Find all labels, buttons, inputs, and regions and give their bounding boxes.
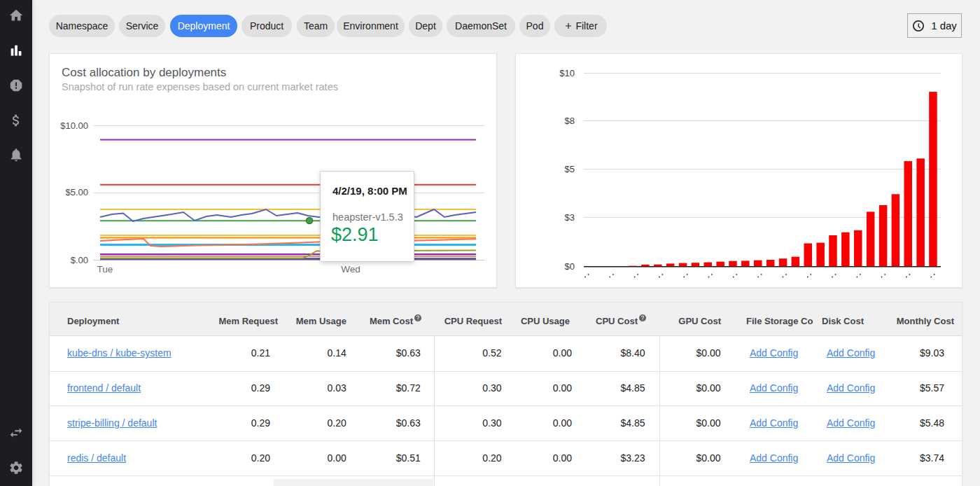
svg-text:$0: $0 [565,261,575,272]
svg-text:$10.00: $10.00 [60,120,88,131]
svg-text:$3: $3 [565,212,575,223]
svg-text:Wed: Wed [341,264,360,275]
svg-text:$5.00: $5.00 [65,187,88,197]
svg-text:$8: $8 [565,116,575,126]
svg-text:$.00: $.00 [71,255,88,265]
svg-text:$10: $10 [559,68,575,78]
svg-text:Tue: Tue [97,264,113,275]
svg-text:$5: $5 [565,164,575,174]
